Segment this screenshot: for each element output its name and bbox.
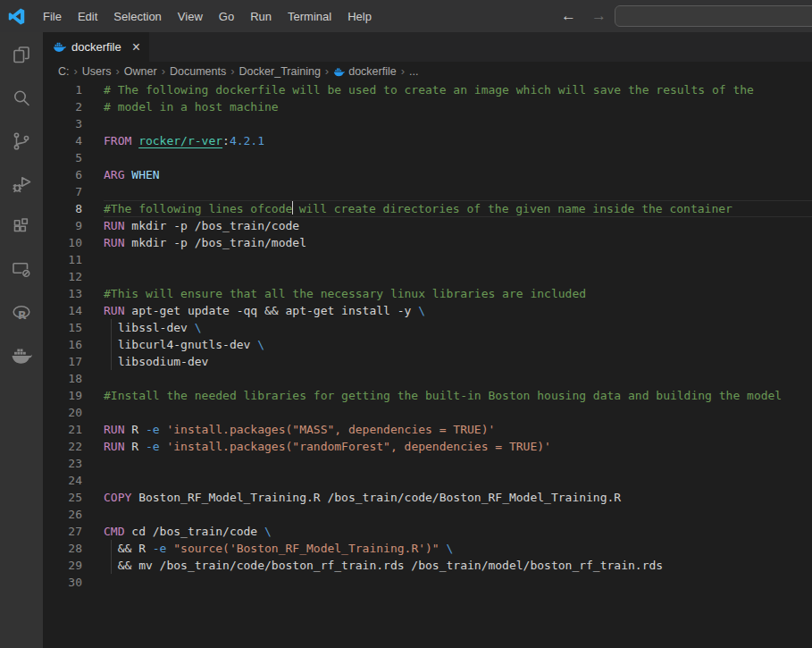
line-number-21[interactable]: 21 xyxy=(43,421,82,438)
menu-help[interactable]: Help xyxy=(339,0,380,32)
line-number-24[interactable]: 24 xyxy=(43,472,82,489)
code-line-5[interactable] xyxy=(104,149,812,166)
line-number-11[interactable]: 11 xyxy=(43,251,82,268)
menu-view[interactable]: View xyxy=(170,0,211,32)
line-number-14[interactable]: 14 xyxy=(43,302,82,319)
activity-source-control[interactable] xyxy=(0,120,43,163)
code-line-25[interactable]: COPY Boston_RF_Model_Training.R /bos_tra… xyxy=(104,489,812,506)
breadcrumb-item-dockerfile[interactable]: dockerfile xyxy=(333,65,397,78)
line-number-30[interactable]: 30 xyxy=(43,574,82,591)
code-line-3[interactable] xyxy=(104,115,812,132)
code-line-26[interactable] xyxy=(104,506,812,523)
code-line-28[interactable]: && R -e "source('Boston_RF_Model_Trainin… xyxy=(104,540,812,557)
code-line-22[interactable]: RUN R -e 'install.packages("randomForest… xyxy=(104,438,812,455)
code-line-9[interactable]: RUN mkdir -p /bos_train/code xyxy=(104,217,812,234)
code-line-12[interactable] xyxy=(104,268,812,285)
activity-run-debug[interactable] xyxy=(0,163,43,206)
nav-back-icon[interactable]: ← xyxy=(561,7,576,25)
breadcrumb-item-c[interactable]: C: xyxy=(58,65,70,78)
code-line-18[interactable] xyxy=(104,370,812,387)
code-line-7[interactable] xyxy=(104,183,812,200)
indent-guide xyxy=(111,353,112,370)
line-number-27[interactable]: 27 xyxy=(43,523,82,540)
code-line-24[interactable] xyxy=(104,472,812,489)
line-number-12[interactable]: 12 xyxy=(43,268,82,285)
line-number-1[interactable]: 1 xyxy=(43,81,82,98)
code-content: # The following dockerfile will be used … xyxy=(104,81,812,648)
line-number-22[interactable]: 22 xyxy=(43,438,82,455)
code-line-23[interactable] xyxy=(104,455,812,472)
code-line-11[interactable] xyxy=(104,251,812,268)
line-number-10[interactable]: 10 xyxy=(43,234,82,251)
line-number-16[interactable]: 16 xyxy=(43,336,82,353)
line-number-3[interactable]: 3 xyxy=(43,115,82,132)
menu-edit[interactable]: Edit xyxy=(70,0,105,32)
menu-selection[interactable]: Selection xyxy=(105,0,169,32)
menu-terminal[interactable]: Terminal xyxy=(280,0,339,32)
menu-file[interactable]: File xyxy=(35,0,70,32)
activity-docker-extension[interactable] xyxy=(0,334,43,377)
line-number-25[interactable]: 25 xyxy=(43,489,82,506)
close-tab-icon[interactable]: × xyxy=(132,40,140,55)
activity-r-extension[interactable]: R xyxy=(0,291,43,334)
line-number-19[interactable]: 19 xyxy=(43,387,82,404)
code-line-29[interactable]: && mv /bos_train/code/boston_rf_train.rd… xyxy=(104,557,812,574)
breadcrumb-item-[interactable]: ... xyxy=(409,65,418,78)
line-number-5[interactable]: 5 xyxy=(43,149,82,166)
code-line-8[interactable]: #The following lines ofcode will create … xyxy=(104,200,812,217)
code-token: WHEN xyxy=(131,168,159,181)
code-line-20[interactable] xyxy=(104,404,812,421)
code-line-4[interactable]: FROM rocker/r-ver:4.2.1 xyxy=(104,132,812,149)
activity-remote-explorer[interactable] xyxy=(0,248,43,291)
docker-whale-icon xyxy=(333,66,345,78)
code-line-15[interactable]: libssl-dev \ xyxy=(104,319,812,336)
code-line-1[interactable]: # The following dockerfile will be used … xyxy=(104,81,812,98)
code-token: # model in a host machine xyxy=(104,100,279,114)
menu-go[interactable]: Go xyxy=(211,0,242,32)
activity-search[interactable] xyxy=(0,77,43,120)
code-token: mkdir -p /bos_train/model xyxy=(124,236,306,249)
code-line-14[interactable]: RUN apt-get update -qq && apt-get instal… xyxy=(104,302,812,319)
code-line-30[interactable] xyxy=(104,574,812,591)
line-number-6[interactable]: 6 xyxy=(43,166,82,183)
line-number-17[interactable]: 17 xyxy=(43,353,82,370)
nav-forward-icon[interactable]: → xyxy=(591,7,607,25)
breadcrumb-item-dockertraining[interactable]: Docker_Training xyxy=(239,65,321,78)
menu-run[interactable]: Run xyxy=(242,0,280,32)
code-line-13[interactable]: #This will ensure that all the necessary… xyxy=(104,285,812,302)
line-number-29[interactable]: 29 xyxy=(43,557,82,574)
line-number-18[interactable]: 18 xyxy=(43,370,82,387)
line-number-9[interactable]: 9 xyxy=(43,217,82,234)
line-number-7[interactable]: 7 xyxy=(43,183,82,200)
code-line-16[interactable]: libcurl4-gnutls-dev \ xyxy=(104,336,812,353)
activity-extensions[interactable] xyxy=(0,206,43,248)
code-token: RUN xyxy=(104,219,124,232)
line-number-26[interactable]: 26 xyxy=(43,506,82,523)
line-number-2[interactable]: 2 xyxy=(43,98,82,115)
code-line-6[interactable]: ARG WHEN xyxy=(104,166,812,183)
line-number-28[interactable]: 28 xyxy=(43,540,82,557)
line-number-4[interactable]: 4 xyxy=(43,132,82,149)
line-number-20[interactable]: 20 xyxy=(43,404,82,421)
code-line-27[interactable]: CMD cd /bos_train/code \ xyxy=(104,523,812,540)
line-number-23[interactable]: 23 xyxy=(43,455,82,472)
code-line-17[interactable]: libsodium-dev xyxy=(104,353,812,370)
activity-explorer[interactable] xyxy=(0,34,43,77)
code-editor[interactable]: 1234567891011121314151617181920212223242… xyxy=(43,81,812,648)
line-number-8[interactable]: 8 xyxy=(43,200,82,217)
code-line-2[interactable]: # model in a host machine xyxy=(104,98,812,115)
breadcrumb-item-documents[interactable]: Documents xyxy=(170,65,226,78)
tab-dockerfile[interactable]: dockerfile × xyxy=(43,32,149,62)
breadcrumb-separator-icon: › xyxy=(401,64,405,78)
title-bar: FileEditSelectionViewGoRunTerminalHelp ←… xyxy=(0,0,812,32)
code-token: libsodium-dev xyxy=(104,355,208,368)
tab-bar: dockerfile × xyxy=(43,32,812,62)
breadcrumb-item-owner[interactable]: Owner xyxy=(124,65,157,78)
code-line-19[interactable]: #Install the needed libraries for gettin… xyxy=(104,387,812,404)
command-center-search[interactable] xyxy=(615,5,812,27)
code-line-21[interactable]: RUN R -e 'install.packages("MASS", depen… xyxy=(104,421,812,438)
breadcrumb-item-users[interactable]: Users xyxy=(82,65,112,78)
line-number-15[interactable]: 15 xyxy=(43,319,82,336)
line-number-13[interactable]: 13 xyxy=(43,285,82,302)
code-line-10[interactable]: RUN mkdir -p /bos_train/model xyxy=(104,234,812,251)
